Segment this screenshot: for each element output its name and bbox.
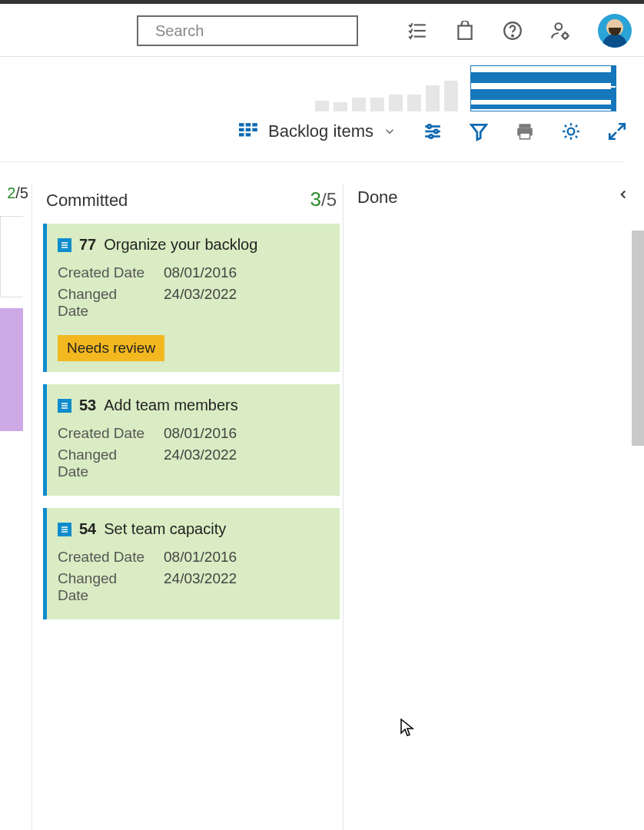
svg-rect-13 <box>239 128 244 131</box>
mouse-cursor-icon <box>400 718 415 738</box>
work-item-id: 77 <box>79 236 96 254</box>
avatar[interactable] <box>598 14 632 48</box>
board: 2/5 Committed 3/5 77 Organize your backl… <box>0 184 644 830</box>
previous-column-sliver: 2/5 <box>0 184 32 830</box>
svg-rect-27 <box>520 133 530 139</box>
user-settings-icon[interactable] <box>550 21 570 41</box>
card-stub[interactable] <box>0 308 23 431</box>
scrollbar-thumb[interactable] <box>632 231 644 446</box>
svg-marker-24 <box>471 124 486 140</box>
field-label: Created Date <box>58 425 150 442</box>
svg-point-8 <box>556 23 563 30</box>
toolbar-divider <box>0 161 622 162</box>
column-committed: Committed 3/5 77 Organize your backlog C… <box>43 184 340 830</box>
view-selector-label: Backlog items <box>268 121 373 141</box>
filter-icon[interactable] <box>469 121 489 141</box>
settings-sliders-icon[interactable] <box>423 121 443 141</box>
field-label: Changed Date <box>58 447 150 480</box>
svg-rect-11 <box>246 123 251 126</box>
view-selector[interactable]: Backlog items <box>239 121 397 141</box>
top-icon-group <box>407 14 632 48</box>
chevron-down-icon <box>383 124 397 138</box>
svg-point-22 <box>434 130 437 133</box>
pbi-icon <box>58 399 71 413</box>
field-label: Changed Date <box>58 286 150 320</box>
search-input[interactable] <box>155 22 350 40</box>
svg-rect-10 <box>239 123 244 126</box>
field-value: 24/03/2022 <box>164 286 237 320</box>
shopping-bag-icon[interactable] <box>455 21 475 41</box>
svg-rect-15 <box>252 128 257 131</box>
column-title: Done <box>357 188 398 208</box>
help-icon[interactable] <box>503 21 523 41</box>
svg-rect-25 <box>519 124 530 128</box>
column-header: Committed 3/5 <box>43 184 340 224</box>
burndown-thumbnail[interactable] <box>470 65 616 111</box>
tasks-icon[interactable] <box>407 21 427 41</box>
work-item-title: Add team members <box>104 397 238 414</box>
field-value: 08/01/2016 <box>164 264 237 281</box>
work-item-card[interactable]: 53 Add team members Created Date08/01/20… <box>43 384 340 496</box>
field-value: 24/03/2022 <box>164 447 237 480</box>
field-value: 08/01/2016 <box>164 425 237 442</box>
work-item-id: 53 <box>79 397 96 414</box>
field-label: Changed Date <box>58 570 150 604</box>
cumulative-flow-bars[interactable] <box>315 81 458 111</box>
svg-point-7 <box>512 35 513 37</box>
work-item-title: Set team capacity <box>104 520 226 538</box>
tag[interactable]: Needs review <box>58 335 164 361</box>
work-item-title: Organize your backlog <box>104 236 257 254</box>
work-item-card[interactable]: 54 Set team capacity Created Date08/01/2… <box>43 508 340 619</box>
field-value: 24/03/2022 <box>164 570 237 604</box>
svg-rect-16 <box>239 133 244 136</box>
search-box[interactable] <box>137 15 358 46</box>
svg-point-21 <box>428 124 431 128</box>
svg-rect-17 <box>246 133 251 136</box>
mini-charts <box>315 61 622 111</box>
column-count: 3/5 <box>310 188 337 211</box>
gear-icon[interactable] <box>561 121 581 141</box>
svg-point-23 <box>430 134 433 138</box>
svg-rect-14 <box>246 128 251 131</box>
column-header: Done <box>344 184 644 220</box>
print-icon[interactable] <box>515 121 535 141</box>
svg-point-28 <box>568 128 575 135</box>
column-done: Done <box>343 184 644 830</box>
top-bar <box>0 0 644 57</box>
work-item-id: 54 <box>79 520 96 538</box>
pbi-icon <box>58 523 71 536</box>
fullscreen-icon[interactable] <box>607 121 627 141</box>
svg-rect-5 <box>458 26 471 39</box>
field-value: 08/01/2016 <box>164 549 237 566</box>
prev-column-count: 2/5 <box>0 184 32 202</box>
board-toolbar: Backlog items <box>239 121 627 141</box>
collapse-column-icon[interactable] <box>616 188 630 201</box>
board-grid-icon <box>239 123 259 140</box>
field-label: Created Date <box>58 264 150 281</box>
svg-rect-12 <box>252 123 257 126</box>
column-title: Committed <box>46 191 128 211</box>
work-item-card[interactable]: 77 Organize your backlog Created Date08/… <box>43 224 340 372</box>
card-stub[interactable] <box>0 216 23 297</box>
field-label: Created Date <box>58 549 150 566</box>
pbi-icon <box>58 238 71 252</box>
